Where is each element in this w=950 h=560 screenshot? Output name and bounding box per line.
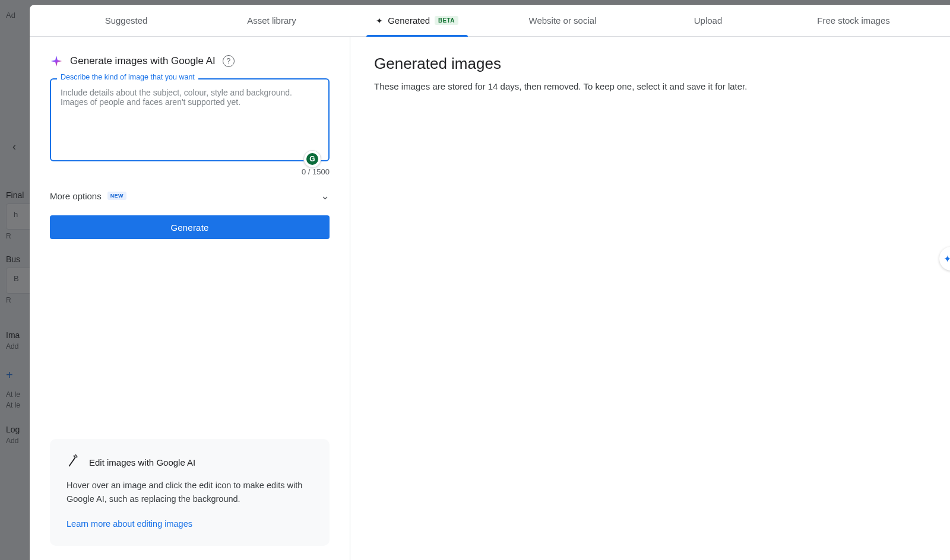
prompt-field-label: Describe the kind of image that you want xyxy=(57,73,198,81)
dialog-content: Generate images with Google AI ? Describ… xyxy=(30,37,950,560)
tab-label: Generated xyxy=(388,15,430,26)
prompt-field: Describe the kind of image that you want… xyxy=(50,78,330,176)
tab-asset-library[interactable]: Asset library xyxy=(199,5,344,36)
tab-bar: Suggested Asset library ✦ Generated BETA… xyxy=(30,5,950,37)
help-icon[interactable]: ? xyxy=(223,55,235,67)
generate-title: Generate images with Google AI xyxy=(70,55,216,67)
learn-more-link[interactable]: Learn more about editing images xyxy=(66,519,192,529)
tab-upload[interactable]: Upload xyxy=(635,5,781,36)
edit-images-card: Edit images with Google AI Hover over an… xyxy=(50,439,330,546)
beta-badge: BETA xyxy=(435,16,458,25)
tab-label: Free stock images xyxy=(817,15,890,26)
edit-card-title: Edit images with Google AI xyxy=(89,457,195,467)
sparkle-icon: ✦ xyxy=(376,16,383,26)
sparkle-icon: ✦ xyxy=(943,253,951,265)
prompt-textarea[interactable] xyxy=(50,78,330,161)
edit-card-body: Hover over an image and click the edit i… xyxy=(66,479,313,505)
chevron-down-icon: ⌄ xyxy=(321,189,330,202)
more-options-toggle[interactable]: More options NEW ⌄ xyxy=(50,187,330,205)
magic-wand-icon xyxy=(65,453,81,471)
tab-label: Suggested xyxy=(105,15,148,26)
tab-label: Website or social xyxy=(529,15,597,26)
tab-suggested[interactable]: Suggested xyxy=(53,5,199,36)
generate-header: Generate images with Google AI ? xyxy=(50,55,330,68)
tab-free-stock-images[interactable]: Free stock images xyxy=(781,5,926,36)
ai-sparkle-icon xyxy=(50,55,63,68)
image-picker-dialog: Suggested Asset library ✦ Generated BETA… xyxy=(30,5,950,560)
grammarly-icon[interactable]: G xyxy=(303,150,321,168)
generated-images-title: Generated images xyxy=(374,55,926,73)
more-options-label: More options xyxy=(50,191,102,201)
tab-label: Asset library xyxy=(247,15,296,26)
generate-button[interactable]: Generate xyxy=(50,215,330,239)
generated-images-subtitle: These images are stored for 14 days, the… xyxy=(374,81,926,91)
new-badge: NEW xyxy=(107,192,126,200)
generated-images-pane: Generated images These images are stored… xyxy=(350,37,950,560)
character-counter: 0 / 1500 xyxy=(50,167,330,176)
tab-website-or-social[interactable]: Website or social xyxy=(490,5,635,36)
generate-pane: Generate images with Google AI ? Describ… xyxy=(30,37,350,560)
tab-label: Upload xyxy=(694,15,723,26)
tab-generated[interactable]: ✦ Generated BETA xyxy=(344,5,490,36)
